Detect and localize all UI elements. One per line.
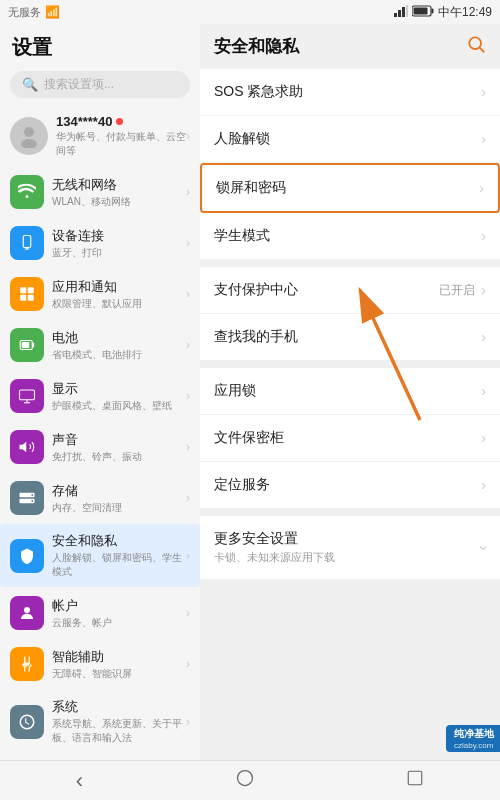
menu-item-sos[interactable]: SOS 紧急求助 › xyxy=(200,69,500,116)
svg-point-26 xyxy=(31,500,33,502)
storage-chevron-icon: › xyxy=(186,491,190,505)
battery-chevron-icon: › xyxy=(186,338,190,352)
svg-rect-1 xyxy=(398,10,401,17)
sidebar: 设置 🔍 搜索设置项... 134****40 华为帐号、付款与账单、云空间等 … xyxy=(0,24,200,800)
search-bar[interactable]: 🔍 搜索设置项... xyxy=(10,71,190,98)
section-4: 更多安全设置 卡锁、未知来源应用下载 › xyxy=(200,516,500,579)
findphone-chevron-icon: › xyxy=(481,329,486,345)
menu-item-findphone[interactable]: 查找我的手机 › xyxy=(200,314,500,360)
svg-rect-20 xyxy=(20,390,35,400)
location-chevron-icon: › xyxy=(481,477,486,493)
sidebar-item-storage[interactable]: 存储 内存、空间清理 › xyxy=(0,473,200,523)
menu-item-location[interactable]: 定位服务 › xyxy=(200,462,500,508)
time-display: 中午12:49 xyxy=(438,4,492,21)
sidebar-item-wifi[interactable]: 无线和网络 WLAN、移动网络 › xyxy=(0,167,200,217)
section-3: 应用锁 › 文件保密柜 › 定位服务 › xyxy=(200,368,500,508)
profile-item[interactable]: 134****40 华为帐号、付款与账单、云空间等 › xyxy=(0,106,200,166)
wifi-chevron-icon: › xyxy=(186,185,190,199)
applock-chevron-icon: › xyxy=(481,383,486,399)
sidebar-text-system: 系统 系统导航、系统更新、关于平板、语言和输入法 xyxy=(52,698,186,745)
right-header: 安全和隐私 xyxy=(200,24,500,69)
sidebar-text-wifi: 无线和网络 WLAN、移动网络 xyxy=(52,176,186,209)
svg-rect-13 xyxy=(20,287,26,293)
profile-chevron-icon: › xyxy=(186,129,190,143)
sidebar-item-security[interactable]: 安全和隐私 人脸解锁、锁屏和密码、学生模式 › xyxy=(0,524,200,587)
student-chevron-icon: › xyxy=(481,228,486,244)
search-placeholder: 搜索设置项... xyxy=(44,76,114,93)
sidebar-text-security: 安全和隐私 人脸解锁、锁屏和密码、学生模式 xyxy=(52,532,186,579)
search-button[interactable] xyxy=(466,34,486,59)
battery-icon xyxy=(412,5,434,19)
device-chevron-icon: › xyxy=(186,236,190,250)
status-bar: 无服务 📶 中午12:49 xyxy=(0,0,500,24)
main-layout: 设置 🔍 搜索设置项... 134****40 华为帐号、付款与账单、云空间等 … xyxy=(0,24,500,800)
watermark: 纯净基地 czlaby.com xyxy=(446,725,500,752)
svg-rect-6 xyxy=(413,8,427,15)
menu-item-face[interactable]: 人脸解锁 › xyxy=(200,116,500,163)
sidebar-item-device[interactable]: 设备连接 蓝牙、打印 › xyxy=(0,218,200,268)
device-icon xyxy=(10,226,44,260)
menu-item-more-security[interactable]: 更多安全设置 卡锁、未知来源应用下载 › xyxy=(200,516,500,579)
status-left: 无服务 📶 xyxy=(8,5,60,20)
right-panel: 安全和隐私 SOS 紧急求助 › 人脸解锁 › 锁屏和密码 › 学生模式 › xyxy=(200,24,500,800)
wifi-status-icon: 📶 xyxy=(45,5,60,19)
sidebar-title: 设置 xyxy=(0,24,200,67)
assist-chevron-icon: › xyxy=(186,657,190,671)
svg-point-8 xyxy=(21,139,37,148)
sound-chevron-icon: › xyxy=(186,440,190,454)
account-icon xyxy=(10,596,44,630)
no-service-text: 无服务 xyxy=(8,5,41,20)
svg-rect-2 xyxy=(402,7,405,17)
sidebar-item-assist[interactable]: 智能辅助 无障碍、智能识屏 › xyxy=(0,639,200,689)
avatar xyxy=(10,117,48,155)
svg-point-25 xyxy=(31,494,33,496)
system-icon xyxy=(10,705,44,739)
svg-rect-14 xyxy=(28,287,34,293)
sidebar-item-account[interactable]: 帐户 云服务、帐户 › xyxy=(0,588,200,638)
svg-rect-28 xyxy=(25,663,30,666)
right-panel-title: 安全和隐私 xyxy=(214,35,299,58)
storage-icon xyxy=(10,481,44,515)
sidebar-item-apps[interactable]: 应用和通知 权限管理、默认应用 › xyxy=(0,269,200,319)
sidebar-item-battery[interactable]: 电池 省电模式、电池排行 › xyxy=(0,320,200,370)
sidebar-text-account: 帐户 云服务、帐户 xyxy=(52,597,186,630)
wifi-icon xyxy=(10,175,44,209)
menu-item-student[interactable]: 学生模式 › xyxy=(200,213,500,259)
apps-chevron-icon: › xyxy=(186,287,190,301)
sidebar-item-display[interactable]: 显示 护眼模式、桌面风格、壁纸 › xyxy=(0,371,200,421)
svg-point-7 xyxy=(24,127,34,137)
status-right: 中午12:49 xyxy=(394,4,492,21)
recent-button[interactable] xyxy=(386,763,444,798)
svg-point-9 xyxy=(26,195,29,198)
sidebar-text-apps: 应用和通知 权限管理、默认应用 xyxy=(52,278,186,311)
svg-rect-3 xyxy=(406,5,408,17)
account-chevron-icon: › xyxy=(186,606,190,620)
bottom-nav: ‹ xyxy=(0,760,500,800)
menu-item-lockscreen[interactable]: 锁屏和密码 › xyxy=(200,163,500,213)
home-button[interactable] xyxy=(215,762,275,799)
svg-rect-5 xyxy=(431,9,433,14)
sound-icon xyxy=(10,430,44,464)
display-icon xyxy=(10,379,44,413)
sidebar-item-system[interactable]: 系统 系统导航、系统更新、关于平板、语言和输入法 › xyxy=(0,690,200,753)
sidebar-text-assist: 智能辅助 无障碍、智能识屏 xyxy=(52,648,186,681)
svg-rect-15 xyxy=(20,295,26,301)
watermark-brand: 纯净基地 xyxy=(454,727,494,741)
payment-chevron-icon: › xyxy=(481,282,486,298)
sidebar-item-sound[interactable]: 声音 免打扰、铃声、振动 › xyxy=(0,422,200,472)
sidebar-text-device: 设备连接 蓝牙、打印 xyxy=(52,227,186,260)
more-security-sub: 卡锁、未知来源应用下载 xyxy=(214,550,481,565)
menu-item-applock[interactable]: 应用锁 › xyxy=(200,368,500,415)
back-button[interactable]: ‹ xyxy=(56,762,103,800)
menu-item-filesafe[interactable]: 文件保密柜 › xyxy=(200,415,500,462)
battery-sidebar-icon xyxy=(10,328,44,362)
svg-line-30 xyxy=(480,48,485,53)
svg-rect-16 xyxy=(28,295,34,301)
menu-item-payment[interactable]: 支付保护中心 已开启 › xyxy=(200,267,500,314)
filesafe-chevron-icon: › xyxy=(481,430,486,446)
profile-name: 134****40 xyxy=(56,114,186,129)
lockscreen-chevron-icon: › xyxy=(479,180,484,196)
apps-icon xyxy=(10,277,44,311)
profile-text: 134****40 华为帐号、付款与账单、云空间等 xyxy=(56,114,186,158)
section-1: SOS 紧急求助 › 人脸解锁 › 锁屏和密码 › 学生模式 › xyxy=(200,69,500,259)
